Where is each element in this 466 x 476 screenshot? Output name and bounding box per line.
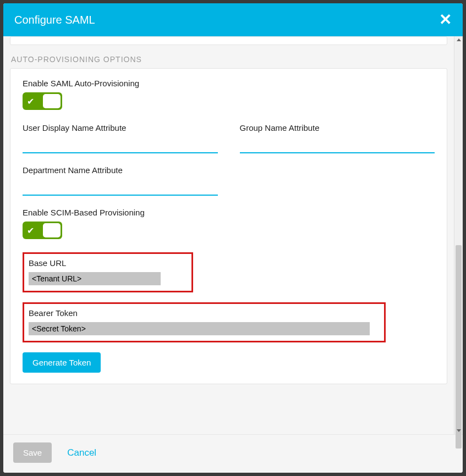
- vertical-scrollbar[interactable]: [454, 36, 463, 434]
- enable-saml-label: Enable SAML Auto-Provisioning: [23, 79, 435, 88]
- group-name-input[interactable]: [240, 137, 435, 153]
- toggle-knob: [43, 223, 61, 237]
- check-icon: ✔: [27, 225, 34, 236]
- department-name-input[interactable]: [23, 179, 218, 196]
- toggle-knob: [43, 94, 61, 108]
- modal-header: Configure SAML ✕: [3, 3, 463, 36]
- bearer-token-group: Bearer Token <Secret Token>: [29, 308, 380, 335]
- scroll-up-icon[interactable]: [457, 38, 461, 41]
- attributes-row-2: Department Name Attribute: [23, 165, 435, 196]
- save-button[interactable]: Save: [13, 442, 52, 463]
- enable-scim-toggle[interactable]: ✔: [23, 222, 62, 239]
- group-name-group: Group Name Attribute: [240, 123, 435, 153]
- user-display-name-group: User Display Name Attribute: [23, 123, 218, 153]
- configure-saml-modal: Configure SAML ✕ AUTO-PROVISIONING OPTIO…: [3, 3, 463, 473]
- bearer-token-value[interactable]: <Secret Token>: [29, 322, 370, 335]
- previous-section-bottom: [10, 36, 447, 45]
- empty-col: [240, 165, 435, 196]
- scroll-down-icon[interactable]: [457, 429, 461, 432]
- modal-body-wrap: AUTO-PROVISIONING OPTIONS Enable SAML Au…: [3, 36, 463, 434]
- bearer-token-label: Bearer Token: [29, 308, 380, 318]
- base-url-value[interactable]: <Tenant URL>: [29, 272, 161, 285]
- group-name-label: Group Name Attribute: [240, 123, 435, 132]
- section-heading: AUTO-PROVISIONING OPTIONS: [10, 55, 447, 64]
- user-display-name-input[interactable]: [23, 137, 218, 153]
- modal-body: AUTO-PROVISIONING OPTIONS Enable SAML Au…: [3, 36, 454, 434]
- cancel-link[interactable]: Cancel: [67, 447, 96, 458]
- generate-token-button[interactable]: Generate Token: [23, 352, 101, 373]
- user-display-name-label: User Display Name Attribute: [23, 123, 218, 132]
- check-icon: ✔: [27, 96, 34, 107]
- base-url-group: Base URL <Tenant URL>: [29, 258, 187, 285]
- department-name-label: Department Name Attribute: [23, 165, 218, 175]
- enable-scim-label: Enable SCIM-Based Provisioning: [23, 208, 435, 217]
- close-icon[interactable]: ✕: [439, 12, 452, 27]
- department-name-group: Department Name Attribute: [23, 165, 218, 196]
- base-url-label: Base URL: [29, 258, 187, 268]
- bearer-token-highlight: Bearer Token <Secret Token>: [23, 302, 386, 342]
- modal-footer: Save Cancel: [3, 434, 463, 473]
- base-url-highlight: Base URL <Tenant URL>: [23, 252, 193, 292]
- scroll-thumb[interactable]: [456, 245, 462, 449]
- modal-title: Configure SAML: [14, 14, 95, 26]
- enable-saml-toggle[interactable]: ✔: [23, 92, 62, 110]
- attributes-row-1: User Display Name Attribute Group Name A…: [23, 123, 435, 153]
- auto-provisioning-card: Enable SAML Auto-Provisioning ✔ User Dis…: [10, 68, 447, 384]
